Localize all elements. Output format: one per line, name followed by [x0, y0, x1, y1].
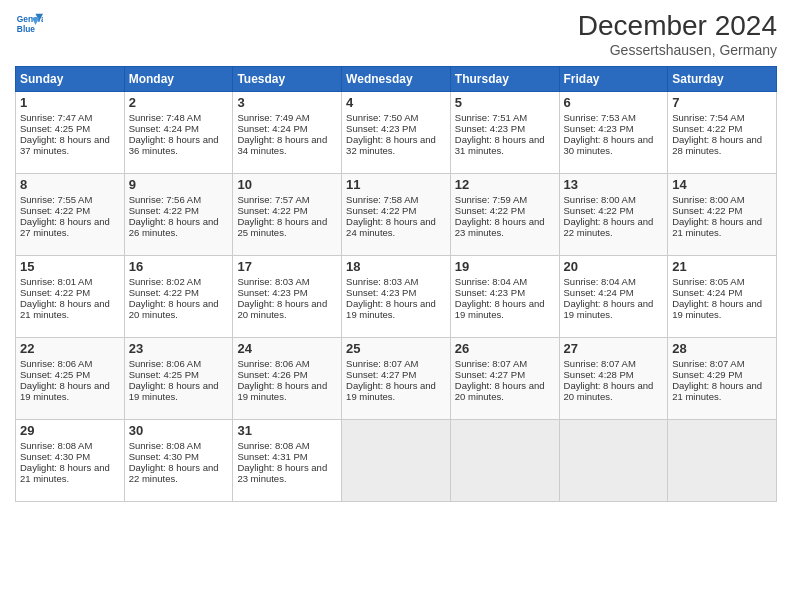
- header: General Blue December 2024 Gessertshause…: [15, 10, 777, 58]
- calendar-cell: 10Sunrise: 7:57 AMSunset: 4:22 PMDayligh…: [233, 174, 342, 256]
- sunrise-text: Sunrise: 7:58 AM: [346, 194, 418, 205]
- sunset-text: Sunset: 4:23 PM: [455, 287, 525, 298]
- sunset-text: Sunset: 4:30 PM: [129, 451, 199, 462]
- sunrise-text: Sunrise: 7:55 AM: [20, 194, 92, 205]
- calendar-cell: 28Sunrise: 8:07 AMSunset: 4:29 PMDayligh…: [668, 338, 777, 420]
- day-header-thursday: Thursday: [450, 67, 559, 92]
- day-number: 21: [672, 259, 772, 274]
- sunset-text: Sunset: 4:24 PM: [564, 287, 634, 298]
- logo: General Blue: [15, 10, 43, 38]
- daylight-text: Daylight: 8 hours and 28 minutes.: [672, 134, 762, 156]
- day-header-friday: Friday: [559, 67, 668, 92]
- day-header-saturday: Saturday: [668, 67, 777, 92]
- day-number: 12: [455, 177, 555, 192]
- sunset-text: Sunset: 4:22 PM: [129, 287, 199, 298]
- sunset-text: Sunset: 4:22 PM: [455, 205, 525, 216]
- sunset-text: Sunset: 4:23 PM: [346, 287, 416, 298]
- calendar-week-1: 1Sunrise: 7:47 AMSunset: 4:25 PMDaylight…: [16, 92, 777, 174]
- daylight-text: Daylight: 8 hours and 19 minutes.: [237, 380, 327, 402]
- daylight-text: Daylight: 8 hours and 34 minutes.: [237, 134, 327, 156]
- sunset-text: Sunset: 4:24 PM: [237, 123, 307, 134]
- sunrise-text: Sunrise: 8:04 AM: [455, 276, 527, 287]
- calendar-cell: 22Sunrise: 8:06 AMSunset: 4:25 PMDayligh…: [16, 338, 125, 420]
- sunrise-text: Sunrise: 8:06 AM: [20, 358, 92, 369]
- calendar-week-2: 8Sunrise: 7:55 AMSunset: 4:22 PMDaylight…: [16, 174, 777, 256]
- day-number: 5: [455, 95, 555, 110]
- sunrise-text: Sunrise: 8:08 AM: [237, 440, 309, 451]
- sunrise-text: Sunrise: 8:02 AM: [129, 276, 201, 287]
- daylight-text: Daylight: 8 hours and 37 minutes.: [20, 134, 110, 156]
- daylight-text: Daylight: 8 hours and 19 minutes.: [346, 380, 436, 402]
- sunrise-text: Sunrise: 8:04 AM: [564, 276, 636, 287]
- sunrise-text: Sunrise: 8:06 AM: [237, 358, 309, 369]
- calendar-cell: 3Sunrise: 7:49 AMSunset: 4:24 PMDaylight…: [233, 92, 342, 174]
- sunset-text: Sunset: 4:22 PM: [672, 123, 742, 134]
- sunrise-text: Sunrise: 8:05 AM: [672, 276, 744, 287]
- calendar-cell: 12Sunrise: 7:59 AMSunset: 4:22 PMDayligh…: [450, 174, 559, 256]
- sunset-text: Sunset: 4:26 PM: [237, 369, 307, 380]
- sunset-text: Sunset: 4:22 PM: [672, 205, 742, 216]
- day-header-sunday: Sunday: [16, 67, 125, 92]
- day-number: 9: [129, 177, 229, 192]
- daylight-text: Daylight: 8 hours and 36 minutes.: [129, 134, 219, 156]
- calendar-cell: [450, 420, 559, 502]
- sunrise-text: Sunrise: 8:07 AM: [346, 358, 418, 369]
- daylight-text: Daylight: 8 hours and 31 minutes.: [455, 134, 545, 156]
- daylight-text: Daylight: 8 hours and 19 minutes.: [672, 298, 762, 320]
- sunrise-text: Sunrise: 8:08 AM: [20, 440, 92, 451]
- sunrise-text: Sunrise: 7:49 AM: [237, 112, 309, 123]
- sunrise-text: Sunrise: 7:59 AM: [455, 194, 527, 205]
- day-number: 15: [20, 259, 120, 274]
- sunset-text: Sunset: 4:27 PM: [455, 369, 525, 380]
- daylight-text: Daylight: 8 hours and 20 minutes.: [564, 380, 654, 402]
- svg-text:Blue: Blue: [17, 24, 35, 34]
- calendar-cell: 31Sunrise: 8:08 AMSunset: 4:31 PMDayligh…: [233, 420, 342, 502]
- sunset-text: Sunset: 4:23 PM: [564, 123, 634, 134]
- calendar-cell: 14Sunrise: 8:00 AMSunset: 4:22 PMDayligh…: [668, 174, 777, 256]
- calendar-cell: 30Sunrise: 8:08 AMSunset: 4:30 PMDayligh…: [124, 420, 233, 502]
- daylight-text: Daylight: 8 hours and 20 minutes.: [129, 298, 219, 320]
- sunset-text: Sunset: 4:24 PM: [129, 123, 199, 134]
- daylight-text: Daylight: 8 hours and 20 minutes.: [455, 380, 545, 402]
- day-number: 23: [129, 341, 229, 356]
- sunrise-text: Sunrise: 7:47 AM: [20, 112, 92, 123]
- day-number: 22: [20, 341, 120, 356]
- day-number: 11: [346, 177, 446, 192]
- calendar-week-4: 22Sunrise: 8:06 AMSunset: 4:25 PMDayligh…: [16, 338, 777, 420]
- sunset-text: Sunset: 4:22 PM: [20, 287, 90, 298]
- day-number: 30: [129, 423, 229, 438]
- sunset-text: Sunset: 4:22 PM: [129, 205, 199, 216]
- day-number: 14: [672, 177, 772, 192]
- day-number: 4: [346, 95, 446, 110]
- daylight-text: Daylight: 8 hours and 23 minutes.: [455, 216, 545, 238]
- daylight-text: Daylight: 8 hours and 24 minutes.: [346, 216, 436, 238]
- daylight-text: Daylight: 8 hours and 27 minutes.: [20, 216, 110, 238]
- sunrise-text: Sunrise: 7:50 AM: [346, 112, 418, 123]
- sunset-text: Sunset: 4:22 PM: [237, 205, 307, 216]
- daylight-text: Daylight: 8 hours and 21 minutes.: [672, 216, 762, 238]
- calendar-cell: 7Sunrise: 7:54 AMSunset: 4:22 PMDaylight…: [668, 92, 777, 174]
- calendar-cell: 1Sunrise: 7:47 AMSunset: 4:25 PMDaylight…: [16, 92, 125, 174]
- daylight-text: Daylight: 8 hours and 21 minutes.: [20, 298, 110, 320]
- calendar-cell: 4Sunrise: 7:50 AMSunset: 4:23 PMDaylight…: [342, 92, 451, 174]
- sunrise-text: Sunrise: 8:00 AM: [672, 194, 744, 205]
- daylight-text: Daylight: 8 hours and 20 minutes.: [237, 298, 327, 320]
- daylight-text: Daylight: 8 hours and 19 minutes.: [129, 380, 219, 402]
- sunset-text: Sunset: 4:28 PM: [564, 369, 634, 380]
- daylight-text: Daylight: 8 hours and 22 minutes.: [129, 462, 219, 484]
- sunrise-text: Sunrise: 8:00 AM: [564, 194, 636, 205]
- location: Gessertshausen, Germany: [578, 42, 777, 58]
- day-number: 3: [237, 95, 337, 110]
- day-number: 6: [564, 95, 664, 110]
- daylight-text: Daylight: 8 hours and 19 minutes.: [20, 380, 110, 402]
- calendar-cell: 21Sunrise: 8:05 AMSunset: 4:24 PMDayligh…: [668, 256, 777, 338]
- sunrise-text: Sunrise: 7:57 AM: [237, 194, 309, 205]
- daylight-text: Daylight: 8 hours and 22 minutes.: [564, 216, 654, 238]
- title-block: December 2024 Gessertshausen, Germany: [578, 10, 777, 58]
- daylight-text: Daylight: 8 hours and 26 minutes.: [129, 216, 219, 238]
- daylight-text: Daylight: 8 hours and 23 minutes.: [237, 462, 327, 484]
- sunrise-text: Sunrise: 8:03 AM: [346, 276, 418, 287]
- calendar-header-row: SundayMondayTuesdayWednesdayThursdayFrid…: [16, 67, 777, 92]
- sunrise-text: Sunrise: 8:08 AM: [129, 440, 201, 451]
- calendar-cell: 15Sunrise: 8:01 AMSunset: 4:22 PMDayligh…: [16, 256, 125, 338]
